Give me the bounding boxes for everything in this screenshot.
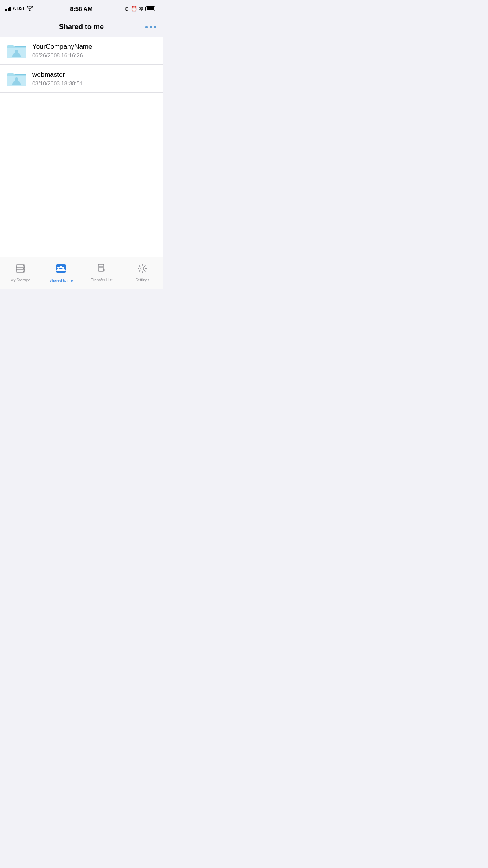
- svg-point-11: [57, 267, 60, 269]
- item-info: YourCompanyName 06/26/2008 16:16:26: [32, 43, 92, 59]
- folder-icon: [6, 42, 27, 60]
- tab-my-storage-label: My Storage: [10, 278, 30, 282]
- item-name: webmaster: [32, 71, 83, 79]
- alarm-icon: ⏰: [131, 6, 137, 12]
- carrier-label: AT&T: [13, 6, 25, 11]
- tab-settings[interactable]: Settings: [122, 257, 163, 289]
- shared-to-me-icon: [55, 263, 67, 277]
- signal-bar-1: [5, 9, 6, 11]
- dot-2: [150, 26, 152, 28]
- tab-shared-to-me-label: Shared to me: [49, 278, 73, 283]
- item-name: YourCompanyName: [32, 43, 92, 51]
- more-options-button[interactable]: [145, 26, 156, 28]
- svg-rect-10: [56, 264, 66, 273]
- screen-lock-icon: ⊕: [125, 6, 129, 12]
- svg-point-9: [23, 270, 24, 272]
- bluetooth-icon: ✲: [139, 6, 143, 12]
- transfer-list-icon: [96, 263, 107, 276]
- status-bar: AT&T 8:58 AM ⊕ ⏰ ✲: [0, 0, 163, 17]
- tab-shared-to-me[interactable]: Shared to me: [41, 257, 82, 289]
- item-date: 06/26/2008 16:16:26: [32, 52, 92, 59]
- signal-bar-4: [9, 7, 11, 11]
- item-date: 03/10/2003 18:38:51: [32, 80, 83, 86]
- svg-point-8: [23, 268, 24, 269]
- my-storage-icon: [15, 263, 26, 276]
- signal-bar-3: [8, 8, 9, 11]
- tab-my-storage[interactable]: My Storage: [0, 257, 41, 289]
- svg-point-13: [60, 266, 62, 268]
- nav-bar: Shared to me: [0, 17, 163, 37]
- list-item[interactable]: YourCompanyName 06/26/2008 16:16:26: [0, 37, 163, 65]
- svg-point-17: [141, 267, 144, 270]
- status-left: AT&T: [5, 6, 33, 12]
- wifi-icon: [27, 6, 33, 12]
- file-list: YourCompanyName 06/26/2008 16:16:26 webm…: [0, 37, 163, 257]
- tab-bar: My Storage Shared to me: [0, 257, 163, 289]
- svg-point-7: [23, 265, 24, 266]
- dot-3: [154, 26, 156, 28]
- tab-settings-label: Settings: [135, 278, 149, 282]
- nav-title: Shared to me: [59, 23, 104, 31]
- status-time: 8:58 AM: [70, 6, 93, 12]
- settings-icon: [137, 263, 148, 276]
- battery-icon: [145, 6, 156, 11]
- signal-bars-icon: [5, 6, 11, 11]
- list-item[interactable]: webmaster 03/10/2003 18:38:51: [0, 65, 163, 93]
- status-right: ⊕ ⏰ ✲: [125, 6, 156, 12]
- item-info: webmaster 03/10/2003 18:38:51: [32, 71, 83, 86]
- tab-transfer-list-label: Transfer List: [91, 278, 112, 282]
- folder-icon: [6, 70, 27, 88]
- signal-bar-2: [6, 9, 7, 11]
- tab-transfer-list[interactable]: Transfer List: [81, 257, 122, 289]
- svg-point-12: [62, 267, 64, 269]
- dot-1: [145, 26, 148, 28]
